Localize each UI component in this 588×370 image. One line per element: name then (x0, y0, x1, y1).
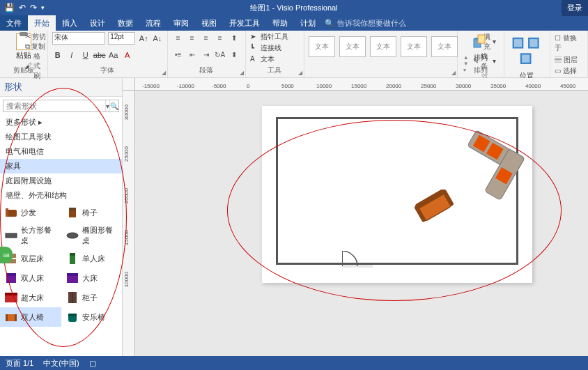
door-shape[interactable] (342, 251, 373, 268)
arrange-button[interactable]: 排列 (462, 32, 500, 63)
shape-oval-table[interactable]: 椭圆形餐桌 (61, 222, 123, 249)
style-swatch[interactable]: 文本 (370, 36, 396, 57)
loveseat-shape[interactable] (414, 190, 456, 224)
strike-button[interactable]: abc (94, 49, 105, 61)
tell-me-search[interactable]: 🔍 告诉我你想要做什么 (325, 15, 406, 31)
font-size-select[interactable]: 12pt (108, 32, 135, 45)
position-button[interactable]: 位置 (509, 32, 546, 81)
workspace: SB 形状 ▾ 🔍 更多形状 ▸ 绘图工具形状 电气和电信 家具 庭园附属设施 … (0, 78, 588, 370)
usb-badge[interactable]: SB (0, 247, 13, 263)
sofa-shape[interactable] (450, 127, 527, 203)
pointer-tool-button[interactable]: ➤指针工具 (250, 32, 300, 42)
tab-data[interactable]: 数据 (111, 15, 139, 31)
text-tool-button[interactable]: A文本 (250, 54, 300, 64)
rotate-text-button[interactable]: ↻A (214, 49, 226, 60)
style-swatch[interactable]: 文本 (401, 36, 427, 57)
select-button[interactable]: ▭ 选择 (555, 66, 583, 76)
dialog-launcher-icon[interactable]: ◢ (451, 70, 456, 76)
tab-review[interactable]: 审阅 (167, 15, 195, 31)
tab-view[interactable]: 视图 (195, 15, 223, 31)
login-button[interactable]: 登录 (562, 0, 588, 16)
tab-file[interactable]: 文件 (0, 15, 28, 31)
svg-rect-18 (67, 273, 78, 276)
svg-rect-8 (69, 208, 76, 210)
replace-button[interactable]: ☐ 替换于 (555, 33, 583, 53)
style-swatch[interactable]: 文本 (339, 36, 366, 57)
shrink-font-button[interactable]: A↓ (152, 33, 163, 44)
bold-button[interactable]: B (52, 49, 63, 61)
canvas-area[interactable]: -15000 -10000 -5000 0 5000 10000 15000 2… (123, 78, 588, 370)
style-swatch[interactable]: 文本 (431, 36, 458, 57)
save-icon[interactable]: 💾 (4, 3, 15, 13)
tab-insert[interactable]: 插入 (56, 15, 84, 31)
shape-chair[interactable]: 椅子 (61, 203, 123, 222)
style-swatch[interactable]: 文本 (309, 36, 335, 57)
svg-rect-14 (70, 253, 75, 256)
shape-grid: 沙发 椅子 长方形餐桌 椭圆形餐桌 双层床 单人床 双人床 大床 超大床 柜子 … (0, 203, 122, 327)
increase-indent-button[interactable]: ⇥ (200, 49, 212, 60)
font-name-select[interactable]: 宋体 (52, 32, 105, 45)
align-middle-button[interactable]: ⬍ (228, 49, 240, 60)
dialog-launcher-icon[interactable]: ◢ (298, 70, 302, 76)
quick-access-toolbar: 💾 ↶ ↷ ▾ (0, 3, 49, 13)
shape-sofa[interactable]: 沙发 (0, 203, 61, 222)
group-label: 字体 (52, 65, 163, 76)
text-icon: A (250, 55, 258, 63)
decrease-indent-button[interactable]: ⇤ (186, 49, 199, 60)
shape-king-bed[interactable]: 超大床 (0, 288, 61, 307)
align-top-button[interactable]: ⬆ (228, 32, 240, 43)
qat-more-icon[interactable]: ▾ (41, 4, 45, 11)
cut-button[interactable]: ✂剪切 (25, 32, 47, 42)
tab-plan[interactable]: 计划 (294, 15, 322, 31)
ribbon-tabs: 文件 开始 插入 设计 数据 流程 审阅 视图 开发工具 帮助 计划 🔍 告诉我… (0, 15, 588, 31)
stencil-item[interactable]: 庭园附属设施 (0, 174, 122, 188)
italic-button[interactable]: I (66, 49, 77, 61)
status-language[interactable]: 中文(中国) (43, 358, 79, 369)
change-case-button[interactable]: Aa (108, 49, 119, 61)
copy-button[interactable]: ⧉复制 (25, 42, 47, 52)
shape-loveseat[interactable]: 双人椅 (0, 307, 61, 327)
stencil-item[interactable]: 墙壁、外壳和结构 (0, 188, 122, 203)
tab-home[interactable]: 开始 (28, 15, 56, 31)
underline-button[interactable]: U (80, 49, 91, 61)
search-input[interactable] (3, 100, 105, 111)
grow-font-button[interactable]: A↑ (138, 33, 149, 44)
format-painter-button[interactable]: 🖌格式刷 (25, 52, 47, 81)
shape-double-bed[interactable]: 双人床 (0, 268, 61, 288)
undo-icon[interactable]: ↶ (19, 3, 26, 13)
align-right-button[interactable]: ≡ (200, 32, 212, 43)
stencil-item-furniture[interactable]: 家具 (0, 159, 122, 174)
shape-armchair[interactable]: 安乐椅 (61, 307, 123, 327)
shape-single-bed[interactable]: 单人床 (61, 249, 123, 268)
shape-large-bed[interactable]: 大床 (61, 268, 123, 288)
ribbon: 粘贴 ✂剪切 ⧉复制 🖌格式刷 剪贴板 宋体 12pt A↑ A↓ B I U … (0, 31, 588, 78)
svg-rect-1 (478, 35, 485, 43)
bullets-button[interactable]: •≡ (172, 49, 185, 60)
font-color-button[interactable]: A (122, 49, 133, 61)
stencil-item[interactable]: 绘图工具形状 (0, 130, 122, 144)
dialog-launcher-icon[interactable]: ◢ (162, 70, 166, 76)
tab-developer[interactable]: 开发工具 (223, 15, 266, 31)
justify-button[interactable]: ≡ (214, 32, 226, 43)
macro-record-icon[interactable]: ▢ (89, 359, 96, 368)
copy-icon: ⧉ (25, 42, 30, 52)
align-left-button[interactable]: ≡ (172, 32, 185, 43)
layers-button[interactable]: ▤ 图层 (555, 55, 583, 65)
redo-icon[interactable]: ↷ (30, 3, 37, 13)
search-go-icon[interactable]: 🔍 (109, 100, 118, 111)
connector-tool-button[interactable]: ┗连接线 (250, 43, 300, 53)
dialog-launcher-icon[interactable]: ◢ (240, 70, 244, 76)
group-label: 段落 (172, 65, 241, 76)
horizontal-ruler: -15000 -10000 -5000 0 5000 10000 15000 2… (135, 78, 588, 91)
align-center-button[interactable]: ≡ (186, 32, 199, 43)
tab-process[interactable]: 流程 (139, 15, 167, 31)
tab-help[interactable]: 帮助 (266, 15, 294, 31)
group-arrange: 排列 排列 (458, 31, 504, 77)
shape-rect-table[interactable]: 长方形餐桌 (0, 222, 61, 249)
stencil-item[interactable]: 电气和电信 (0, 144, 122, 159)
shape-cabinet[interactable]: 柜子 (61, 288, 123, 307)
svg-point-10 (67, 233, 78, 238)
svg-rect-2 (513, 38, 522, 47)
tab-design[interactable]: 设计 (84, 15, 111, 31)
stencil-more-shapes[interactable]: 更多形状 ▸ (0, 115, 122, 130)
